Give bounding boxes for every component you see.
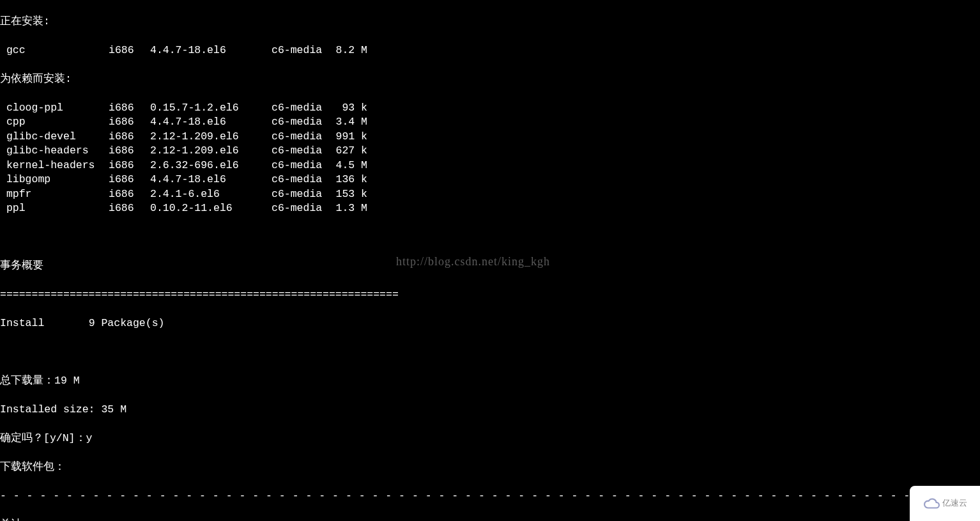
- pkg-name: cpp: [0, 115, 109, 130]
- section-deps-header: 为依赖而安装:: [0, 72, 980, 87]
- package-row: ppli6860.10.2-11.el6c6-media1.3 M: [0, 201, 980, 216]
- pkg-size: 1.3 M: [335, 201, 367, 216]
- package-row: glibc-headersi6862.12-1.209.el6c6-media6…: [0, 144, 980, 159]
- package-row: gcci6864.4.7-18.el6c6-media8.2 M: [0, 43, 980, 58]
- pkg-repo: c6-media: [272, 201, 335, 216]
- pkg-repo: c6-media: [272, 173, 335, 187]
- pkg-repo: c6-media: [272, 130, 335, 144]
- separator-equals: ========================================…: [0, 288, 980, 302]
- pkg-name: ppl: [0, 201, 109, 216]
- pkg-repo: c6-media: [272, 115, 335, 130]
- pkg-arch: i686: [109, 144, 150, 159]
- pkg-name: glibc-headers: [0, 144, 109, 159]
- pkg-repo: c6-media: [272, 187, 335, 202]
- pkg-version: 4.4.7-18.el6: [150, 115, 272, 130]
- pkg-name: gcc: [0, 43, 109, 58]
- pkg-version: 0.10.2-11.el6: [150, 201, 272, 216]
- pkg-size: 93 k: [335, 101, 367, 116]
- pkg-size: 8.2 M: [335, 43, 367, 58]
- pkg-name: kernel-headers: [0, 159, 109, 173]
- package-row: mpfri6862.4.1-6.el6c6-media153 k: [0, 187, 980, 202]
- total-label: 总计: [0, 518, 980, 521]
- pkg-repo: c6-media: [272, 144, 335, 159]
- pkg-version: 4.4.7-18.el6: [150, 173, 272, 187]
- pkg-arch: i686: [109, 130, 150, 144]
- pkg-arch: i686: [109, 159, 150, 173]
- pkg-arch: i686: [109, 43, 150, 58]
- pkg-arch: i686: [109, 201, 150, 216]
- pkg-arch: i686: [109, 115, 150, 130]
- install-count-line: Install 9 Package(s): [0, 316, 980, 331]
- pkg-name: libgomp: [0, 173, 109, 187]
- pkg-size: 136 k: [335, 173, 367, 187]
- installed-size: Installed size: 35 M: [0, 403, 980, 417]
- package-row: glibc-develi6862.12-1.209.el6c6-media991…: [0, 130, 980, 144]
- package-row: cppi6864.4.7-18.el6c6-media3.4 M: [0, 115, 980, 130]
- total-download: 总下载量：19 M: [0, 374, 980, 389]
- blank-line: [0, 230, 980, 245]
- summary-header: 事务概要: [0, 259, 980, 274]
- pkg-size: 153 k: [335, 187, 367, 202]
- pkg-size: 627 k: [335, 144, 367, 159]
- pkg-arch: i686: [109, 173, 150, 187]
- section-installing-header: 正在安装:: [0, 15, 980, 29]
- pkg-version: 2.6.32-696.el6: [150, 159, 272, 173]
- pkg-repo: c6-media: [272, 43, 335, 58]
- separator-dashes: - - - - - - - - - - - - - - - - - - - - …: [0, 489, 980, 504]
- package-row: libgompi6864.4.7-18.el6c6-media136 k: [0, 173, 980, 187]
- pkg-version: 2.12-1.209.el6: [150, 130, 272, 144]
- pkg-repo: c6-media: [272, 101, 335, 116]
- badge-text: 亿速云: [942, 496, 967, 511]
- blank-line: [0, 345, 980, 360]
- pkg-name: cloog-ppl: [0, 101, 109, 116]
- pkg-repo: c6-media: [272, 159, 335, 173]
- pkg-name: glibc-devel: [0, 130, 109, 144]
- terminal-output[interactable]: 正在安装: gcci6864.4.7-18.el6c6-media8.2 M 为…: [0, 0, 980, 521]
- package-row: kernel-headersi6862.6.32-696.el6c6-media…: [0, 159, 980, 173]
- pkg-name: mpfr: [0, 187, 109, 202]
- pkg-version: 2.4.1-6.el6: [150, 187, 272, 202]
- package-row: cloog-ppli6860.15.7-1.2.el6c6-media 93 k: [0, 101, 980, 116]
- pkg-size: 4.5 M: [335, 159, 367, 173]
- pkg-version: 2.12-1.209.el6: [150, 144, 272, 159]
- downloading-header: 下载软件包：: [0, 460, 980, 475]
- pkg-size: 3.4 M: [335, 115, 367, 130]
- pkg-arch: i686: [109, 187, 150, 202]
- pkg-version: 0.15.7-1.2.el6: [150, 101, 272, 116]
- pkg-size: 991 k: [335, 130, 367, 144]
- cloud-icon: [923, 495, 940, 512]
- provider-badge: 亿速云: [910, 486, 980, 521]
- confirm-prompt: 确定吗？[y/N]：y: [0, 432, 980, 446]
- pkg-arch: i686: [109, 101, 150, 116]
- pkg-version: 4.4.7-18.el6: [150, 43, 272, 58]
